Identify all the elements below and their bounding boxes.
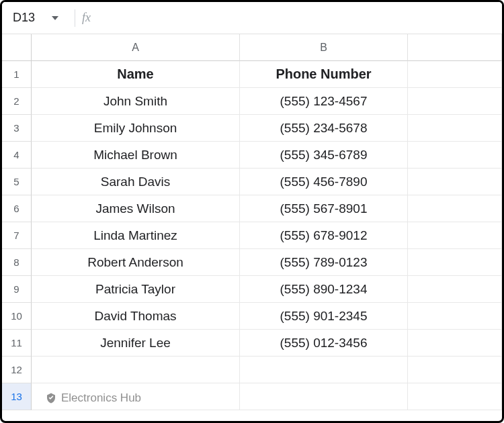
row-header-11[interactable]: 11 [2, 330, 32, 357]
cell-b3[interactable]: (555) 234-5678 [240, 115, 408, 142]
column-header-b[interactable]: B [240, 34, 408, 61]
cell-c7[interactable] [408, 222, 502, 249]
row-header-6[interactable]: 6 [2, 195, 32, 222]
cell-b4[interactable]: (555) 345-6789 [240, 142, 408, 169]
row-header-3[interactable]: 3 [2, 115, 32, 142]
formula-input[interactable] [97, 2, 497, 34]
cell-c11[interactable] [408, 330, 502, 357]
cell-b9[interactable]: (555) 890-1234 [240, 276, 408, 303]
column-header-a[interactable]: A [32, 34, 240, 61]
column-header-c[interactable] [408, 34, 502, 61]
row-header-12[interactable]: 12 [2, 357, 32, 383]
cell-b1[interactable]: Phone Number [240, 61, 408, 88]
cell-b2[interactable]: (555) 123-4567 [240, 88, 408, 115]
cell-a2[interactable]: John Smith [32, 88, 240, 115]
cell-c3[interactable] [408, 115, 502, 142]
cell-c5[interactable] [408, 169, 502, 195]
row-header-10[interactable]: 10 [2, 303, 32, 330]
cell-c8[interactable] [408, 249, 502, 276]
row-header-4[interactable]: 4 [2, 142, 32, 169]
cell-b6[interactable]: (555) 567-8901 [240, 195, 408, 222]
cell-a9[interactable]: Patricia Taylor [32, 276, 240, 303]
row-header-13[interactable]: 13 [2, 383, 32, 410]
cell-a1[interactable]: Name [32, 61, 240, 88]
cell-a10[interactable]: David Thomas [32, 303, 240, 330]
chevron-down-icon[interactable] [52, 16, 58, 20]
cell-a12[interactable] [32, 357, 240, 383]
cell-a5[interactable]: Sarah Davis [32, 169, 240, 195]
cell-a4[interactable]: Michael Brown [32, 142, 240, 169]
row-header-1[interactable]: 1 [2, 61, 32, 88]
cell-b8[interactable]: (555) 789-0123 [240, 249, 408, 276]
cell-c12[interactable] [408, 357, 502, 383]
cell-b12[interactable] [240, 357, 408, 383]
cell-b7[interactable]: (555) 678-9012 [240, 222, 408, 249]
cell-c1[interactable] [408, 61, 502, 88]
row-header-2[interactable]: 2 [2, 88, 32, 115]
cell-c6[interactable] [408, 195, 502, 222]
cell-b11[interactable]: (555) 012-3456 [240, 330, 408, 357]
separator [75, 9, 75, 27]
row-header-9[interactable]: 9 [2, 276, 32, 303]
cell-a8[interactable]: Robert Anderson [32, 249, 240, 276]
cell-a3[interactable]: Emily Johnson [32, 115, 240, 142]
cell-c4[interactable] [408, 142, 502, 169]
cell-b13[interactable] [240, 383, 408, 410]
cell-c9[interactable] [408, 276, 502, 303]
fx-icon[interactable]: fx [82, 11, 91, 25]
cell-b5[interactable]: (555) 456-7890 [240, 169, 408, 195]
cell-a11[interactable]: Jennifer Lee [32, 330, 240, 357]
cell-a7[interactable]: Linda Martinez [32, 222, 240, 249]
cell-c10[interactable] [408, 303, 502, 330]
cell-c2[interactable] [408, 88, 502, 115]
cell-reference-text: D13 [13, 11, 35, 25]
select-all-corner[interactable] [2, 34, 32, 61]
cell-c13[interactable] [408, 383, 502, 410]
formula-bar: D13 fx [2, 2, 502, 34]
spreadsheet-grid[interactable]: A B 1 Name Phone Number 2 John Smith (55… [2, 34, 502, 410]
cell-b10[interactable]: (555) 901-2345 [240, 303, 408, 330]
cell-a13[interactable] [32, 383, 240, 410]
row-header-5[interactable]: 5 [2, 169, 32, 195]
name-box[interactable]: D13 [7, 8, 68, 28]
cell-a6[interactable]: James Wilson [32, 195, 240, 222]
row-header-7[interactable]: 7 [2, 222, 32, 249]
row-header-8[interactable]: 8 [2, 249, 32, 276]
